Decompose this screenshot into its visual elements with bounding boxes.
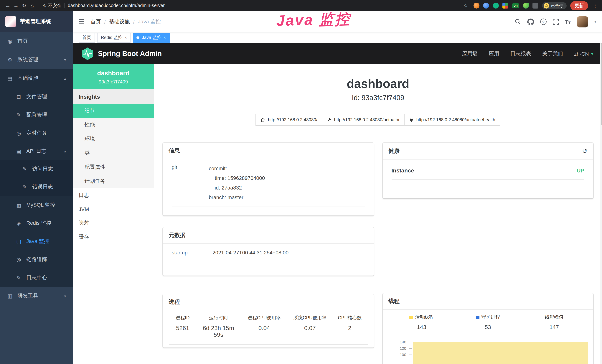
- instance-url-button[interactable]: http://192.168.0.2:48080/: [256, 114, 322, 126]
- item-label: API 日志: [26, 148, 46, 154]
- bookmark-star-icon[interactable]: ☆: [462, 3, 470, 9]
- extension-drop-icon[interactable]: [483, 3, 489, 9]
- sba-nav-journal[interactable]: 日志报表: [510, 50, 531, 57]
- close-icon[interactable]: ×: [125, 36, 127, 40]
- instance-title: dashboard: [154, 77, 602, 91]
- error-log-icon: ✎: [22, 184, 28, 190]
- sba-logo-icon: [82, 47, 93, 60]
- url-text[interactable]: dashboard.yudao.iocoder.cn/infra/admin-s…: [68, 3, 165, 8]
- extension-fox-icon[interactable]: [473, 3, 479, 9]
- card-title: 信息: [169, 147, 180, 154]
- sidebar-item-log-center[interactable]: ✎ 日志中心: [0, 268, 73, 287]
- card-header: 线程: [383, 293, 593, 310]
- sidebar-item-infra[interactable]: ▤ 基础设施 ▴: [0, 69, 73, 87]
- sba-nav-applications[interactable]: 应用: [489, 50, 499, 57]
- item-label: 基础设施: [17, 75, 38, 82]
- tag-redis-monitor[interactable]: Redis 监控 ×: [97, 33, 131, 43]
- sba-item-mappings[interactable]: 映射: [73, 216, 154, 230]
- sba-nav-about[interactable]: 关于我们: [542, 50, 563, 57]
- paused-badge[interactable]: ☺ 已暂停: [542, 2, 567, 9]
- extensions-puzzle-icon[interactable]: [532, 3, 538, 9]
- search-icon[interactable]: [515, 19, 521, 25]
- sba-item-classes[interactable]: 类: [73, 146, 154, 160]
- sidebar-item-api-logs[interactable]: ▣ API 日志 ▴: [0, 142, 73, 160]
- close-icon[interactable]: ×: [163, 36, 166, 40]
- sidebar-item-file-manage[interactable]: ⊡ 文件管理: [0, 87, 73, 106]
- threads-chart: 140 120 100: [383, 333, 593, 364]
- sidebar-item-error-logs[interactable]: ✎ 错误日志: [0, 178, 73, 196]
- extension-green-icon[interactable]: [493, 3, 499, 9]
- home-icon[interactable]: ⌂: [28, 3, 36, 9]
- extension-grid-icon[interactable]: [502, 3, 508, 9]
- reload-icon[interactable]: ↻: [20, 3, 28, 9]
- sidebar-item-redis-monitor[interactable]: ◈ Redis 监控: [0, 214, 73, 232]
- sidebar-item-config-manage[interactable]: ✎ 配置管理: [0, 106, 73, 124]
- info-card: 信息 git commit: time: 1596289704000 id: 2…: [163, 143, 374, 215]
- sba-group-insights: Insights: [73, 89, 154, 104]
- scrollbar-thumb[interactable]: [601, 33, 602, 125]
- tag-java-monitor[interactable]: Java 监控 ×: [133, 33, 170, 43]
- health-url-button[interactable]: http://192.168.0.2:48080/actuator/health: [404, 114, 500, 126]
- sidebar-item-system[interactable]: ⚙ 系统管理 ▾: [0, 50, 73, 69]
- sba-item-environment[interactable]: 环境: [73, 132, 154, 146]
- breadcrumb-home[interactable]: 首页: [90, 18, 101, 25]
- actuator-url-button[interactable]: http://192.168.0.2:48080/actuator: [322, 114, 405, 126]
- logo-avatar: [5, 16, 16, 27]
- sba-item-config-props[interactable]: 配置属性: [73, 160, 154, 174]
- sba-item-details[interactable]: 细节: [73, 104, 154, 118]
- tag-label: Redis 监控: [101, 34, 122, 41]
- sidebar-item-dev-tools[interactable]: ▥ 研发工具 ▾: [0, 287, 73, 305]
- metadata-key: startup: [172, 250, 213, 256]
- legend-label: 活动线程: [415, 314, 434, 321]
- sidebar-item-mysql-monitor[interactable]: ▦ MySQL 监控: [0, 196, 73, 214]
- sba-item-logs[interactable]: 日志: [73, 188, 154, 203]
- extension-on-toggle[interactable]: on: [512, 3, 519, 8]
- sba-content: dashboard Id: 93a3fc7f7409 http://192.16…: [154, 64, 602, 364]
- top-navbar: ☰ 首页 / 基础设施 / Java 监控 Java 监控: [73, 11, 602, 32]
- sba-nav-wallboard[interactable]: 应用墙: [462, 50, 478, 57]
- sba-item-scheduled-tasks[interactable]: 计划任务: [73, 174, 154, 188]
- legend-value: 53: [455, 324, 521, 330]
- back-icon[interactable]: ←: [4, 3, 12, 9]
- github-icon[interactable]: [527, 18, 534, 25]
- avatar-caret-icon[interactable]: ▾: [594, 20, 596, 24]
- process-value-sys-cpu: 0.07: [288, 322, 332, 344]
- sba-locale-select[interactable]: zh-CN ▾: [574, 51, 593, 57]
- app-sidebar: 芋道管理系统 ◉ 首页 ⚙ 系统管理 ▾ ▤ 基础设施 ▴ ⊡ 文件管理 ✎: [0, 11, 73, 364]
- fullscreen-icon[interactable]: [553, 19, 559, 25]
- hamburger-icon[interactable]: ☰: [79, 18, 85, 26]
- sba-item-caches[interactable]: 缓存: [73, 230, 154, 244]
- app-logo[interactable]: 芋道管理系统: [0, 11, 73, 32]
- sidebar-item-trace[interactable]: ◎ 链路追踪: [0, 250, 73, 268]
- forward-icon[interactable]: →: [12, 3, 20, 9]
- user-avatar[interactable]: [577, 16, 588, 27]
- update-button[interactable]: 更新: [570, 1, 588, 10]
- logo-title: 芋道管理系统: [20, 18, 51, 25]
- font-size-icon[interactable]: TT: [565, 19, 571, 25]
- sba-instance-header[interactable]: dashboard 93a3fc7f7409: [73, 64, 154, 89]
- browser-menu-icon[interactable]: ⋮: [592, 3, 599, 9]
- chevron-down-icon: ▾: [591, 51, 593, 56]
- sidebar-item-home[interactable]: ◉ 首页: [0, 32, 73, 50]
- card-header: 进程: [163, 294, 374, 310]
- sba-item-jvm[interactable]: JVM: [73, 203, 154, 216]
- legend-daemon-threads: 守护进程 53: [455, 314, 521, 330]
- help-icon[interactable]: ?: [540, 19, 546, 25]
- sidebar-item-java-monitor[interactable]: ▢ Java 监控: [0, 232, 73, 250]
- sba-brand[interactable]: Spring Boot Admin: [82, 47, 162, 60]
- address-bar[interactable]: ⚠ 不安全 dashboard.yudao.iocoder.cn/infra/a…: [42, 2, 165, 9]
- history-icon[interactable]: ↺: [582, 147, 588, 155]
- page-scrollbar[interactable]: [600, 11, 602, 364]
- browser-chrome: ← → ↻ ⌂ ⚠ 不安全 dashboard.yudao.iocoder.cn…: [0, 0, 602, 11]
- sidebar-item-scheduled-jobs[interactable]: ◷ 定时任务: [0, 124, 73, 142]
- breadcrumb-infra[interactable]: 基础设施: [109, 18, 130, 25]
- sba-item-metrics[interactable]: 性能: [73, 118, 154, 132]
- legend-swatch-blue: [476, 315, 479, 319]
- sidebar-item-access-logs[interactable]: ✎ 访问日志: [0, 160, 73, 178]
- tag-home[interactable]: 首页: [79, 33, 95, 43]
- metadata-card: 元数据 startup 2021-04-27T00:44:31.254+08:0…: [163, 227, 374, 276]
- breadcrumb-separator: /: [104, 19, 106, 25]
- card-title: 进程: [169, 299, 180, 306]
- security-warning[interactable]: ⚠ 不安全: [42, 2, 62, 9]
- extension-leaf-icon[interactable]: [523, 3, 529, 9]
